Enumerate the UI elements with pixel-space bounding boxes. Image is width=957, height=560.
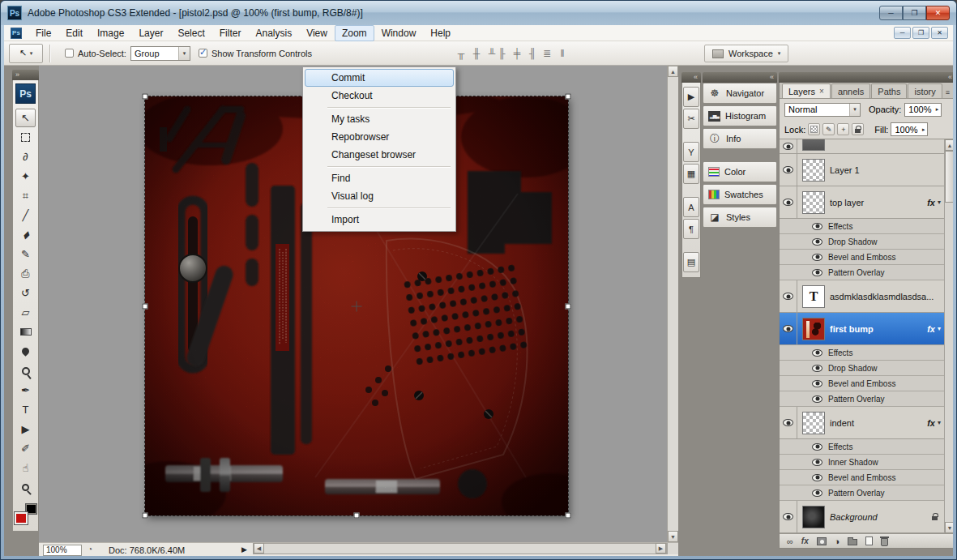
menu-layer[interactable]: Layer	[131, 25, 170, 41]
navigator-panel-button[interactable]: ☸ Navigator	[703, 83, 777, 104]
visibility-cell[interactable]	[780, 186, 797, 218]
effects-header-row[interactable]: Effects	[780, 219, 944, 234]
distribute-horizontal-centers-icon[interactable]: ‖	[556, 46, 569, 60]
maximize-window-button[interactable]: ❐	[903, 6, 926, 20]
animation-panel-button[interactable]: ▦	[683, 164, 699, 184]
minimize-window-button[interactable]: ─	[879, 6, 903, 20]
blend-mode-dropdown[interactable]: Normal ▾	[784, 103, 861, 117]
layer-style-button[interactable]: fx	[801, 536, 809, 545]
visibility-eye-icon[interactable]	[812, 254, 822, 261]
current-tool-well[interactable]: ↖ ▾	[9, 44, 43, 63]
effect-row-drop-shadow[interactable]: Drop Shadow	[780, 234, 944, 250]
menu-item-checkout[interactable]: Checkout	[305, 87, 454, 105]
character-panel-button[interactable]: A	[683, 197, 699, 217]
lock-position-button[interactable]: +	[837, 123, 849, 135]
menu-window[interactable]: Window	[374, 25, 424, 41]
transform-handle[interactable]	[566, 303, 571, 309]
visibility-eye-icon[interactable]	[812, 459, 822, 466]
path-selection-tool[interactable]: ▶	[15, 420, 36, 438]
menu-item-visual-log[interactable]: Visual log	[305, 187, 454, 205]
restore-document-button[interactable]: ❐	[912, 27, 929, 39]
layer-thumbnail[interactable]	[802, 191, 825, 214]
scroll-up-icon[interactable]: ▲	[668, 66, 678, 77]
horizontal-scrollbar[interactable]: ◀ ▶	[253, 543, 667, 554]
effect-row-pattern-overlay[interactable]: Pattern Overlay	[780, 391, 944, 407]
close-tab-icon[interactable]: ×	[819, 87, 824, 96]
close-window-button[interactable]: ✕	[926, 6, 950, 20]
tool-presets-panel-button[interactable]: ✂	[683, 109, 699, 129]
visibility-eye-icon[interactable]	[812, 223, 822, 230]
scroll-down-icon[interactable]: ▼	[945, 522, 953, 533]
tab-history[interactable]: istory	[908, 83, 942, 98]
info-panel-button[interactable]: ⓘ Info	[703, 128, 777, 149]
menu-item-my-tasks[interactable]: My tasks	[305, 110, 454, 128]
align-vertical-centers-icon[interactable]: ╫	[470, 46, 483, 60]
effects-header-row[interactable]: Effects	[780, 439, 944, 455]
transform-handle[interactable]	[566, 94, 571, 100]
text-layer-thumbnail[interactable]: T	[802, 285, 825, 308]
photoshop-app-icon[interactable]: Ps	[7, 6, 22, 20]
styles-panel-button[interactable]: ◪ Styles	[703, 207, 777, 228]
visibility-cell[interactable]	[780, 407, 797, 438]
collapse-dock-button[interactable]: «	[681, 72, 701, 83]
menu-item-commit[interactable]: Commit	[305, 69, 454, 87]
color-panel-button[interactable]: Color	[703, 161, 777, 182]
tab-channels[interactable]: annels	[831, 83, 870, 98]
document-icon[interactable]: Ps	[11, 28, 22, 39]
menu-help[interactable]: Help	[423, 25, 458, 41]
blur-tool[interactable]	[15, 342, 36, 361]
transform-handle[interactable]	[143, 94, 148, 100]
collapse-dock-button[interactable]: «	[779, 72, 953, 83]
magic-wand-tool[interactable]: ✦	[15, 167, 36, 186]
slice-tool[interactable]: ╱	[15, 206, 36, 224]
scroll-down-icon[interactable]: ▼	[668, 531, 678, 542]
status-menu-arrow-icon[interactable]: ▶	[241, 545, 247, 554]
menu-file[interactable]: File	[28, 25, 58, 41]
show-transform-controls-checkbox[interactable]	[199, 49, 207, 58]
fill-field[interactable]: 100% ▸	[891, 122, 928, 136]
delete-layer-button[interactable]	[881, 538, 888, 546]
add-layer-mask-button[interactable]	[817, 537, 827, 545]
scrollbar-thumb[interactable]	[945, 151, 953, 203]
menu-select[interactable]: Select	[170, 25, 211, 41]
effect-row-drop-shadow[interactable]: Drop Shadow	[780, 361, 944, 376]
brush-tool[interactable]: ✎	[15, 245, 36, 263]
zoom-tool[interactable]	[15, 478, 36, 497]
effects-header-row[interactable]: Effects	[780, 345, 944, 361]
dodge-tool[interactable]	[15, 361, 36, 380]
layer-row-background[interactable]: Background	[780, 501, 944, 533]
visibility-eye-icon[interactable]	[812, 443, 822, 451]
eraser-tool[interactable]: ▱	[15, 303, 36, 322]
layer-row-top-layer[interactable]: top layer fx ▾	[780, 186, 944, 219]
tab-layers[interactable]: Layers ×	[782, 83, 831, 98]
menu-edit[interactable]: Edit	[58, 25, 90, 41]
link-layers-button[interactable]: ∞	[787, 536, 793, 546]
swatches-panel-button[interactable]: Swatches	[703, 184, 777, 205]
history-brush-tool[interactable]: ↺	[15, 284, 36, 302]
crop-tool[interactable]: ⌗	[15, 186, 36, 205]
collapse-dock-button[interactable]: «	[703, 72, 777, 83]
healing-brush-tool[interactable]: ▰	[15, 225, 36, 244]
effect-row-pattern-overlay[interactable]: Pattern Overlay	[780, 485, 944, 501]
auto-select-checkbox[interactable]	[65, 49, 74, 58]
zoom-level-field[interactable]: 100%	[43, 545, 82, 556]
collapse-effects-arrow-icon[interactable]: ▾	[938, 325, 941, 332]
visibility-eye-icon[interactable]	[812, 380, 822, 387]
opacity-field[interactable]: 100% ▸	[904, 103, 942, 117]
rectangular-marquee-tool[interactable]	[15, 128, 36, 147]
transform-handle[interactable]	[143, 303, 148, 309]
effect-row-pattern-overlay[interactable]: Pattern Overlay	[780, 265, 944, 280]
pen-tool[interactable]: ✒	[15, 381, 36, 400]
scroll-right-icon[interactable]: ▶	[656, 543, 666, 554]
collapse-effects-arrow-icon[interactable]: ▾	[938, 199, 941, 206]
visibility-cell[interactable]	[780, 139, 797, 153]
visibility-eye-icon[interactable]	[812, 474, 822, 481]
close-document-button[interactable]: ✕	[931, 27, 948, 39]
lock-transparency-button[interactable]	[808, 123, 820, 135]
layers-scrollbar[interactable]: ▲ ▼	[944, 139, 953, 533]
visibility-eye-icon[interactable]	[812, 365, 822, 372]
gradient-tool[interactable]	[15, 323, 36, 341]
layer-row-first-bump[interactable]: first bump fx ▾	[780, 313, 944, 345]
collapse-effects-arrow-icon[interactable]: ▾	[938, 419, 941, 426]
menu-image[interactable]: Image	[90, 25, 131, 41]
